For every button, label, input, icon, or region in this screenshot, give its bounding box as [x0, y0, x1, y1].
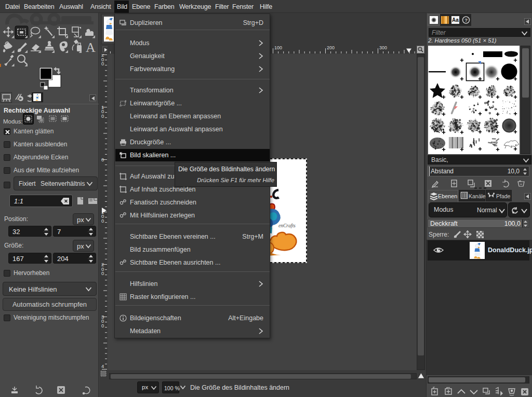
svg-text:o: o: [19, 96, 21, 101]
svg-text:0: 0: [101, 270, 104, 276]
svg-text:0: 0: [101, 61, 104, 66]
svg-text:0: 0: [101, 218, 104, 224]
svg-text:A: A: [86, 40, 96, 55]
svg-text:300: 300: [379, 45, 387, 50]
svg-text:enCrafts: enCrafts: [278, 223, 296, 228]
svg-text:4: 4: [101, 363, 104, 369]
svg-text:0: 0: [101, 113, 104, 119]
svg-text:0: 0: [101, 157, 104, 162]
svg-text:100: 100: [274, 45, 282, 50]
svg-text:200: 200: [327, 45, 335, 50]
svg-text:0: 0: [101, 323, 104, 328]
svg-text:?: ?: [464, 17, 468, 23]
